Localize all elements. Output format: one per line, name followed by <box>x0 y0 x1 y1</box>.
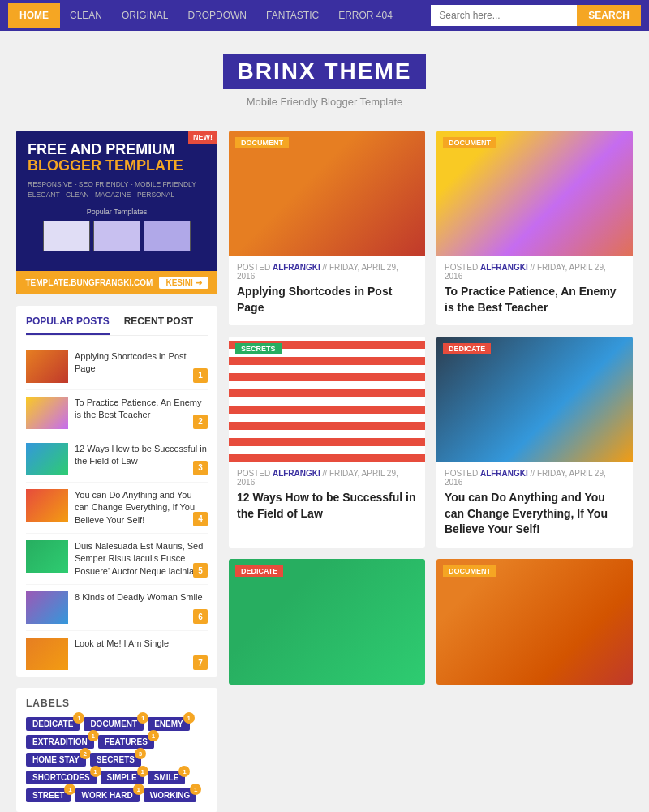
label-tag[interactable]: SECRETS3 <box>90 753 141 767</box>
popular-item[interactable]: Look at Me! I Am Single 7 <box>26 631 208 677</box>
template-thumb-1 <box>43 221 90 251</box>
label-count: 1 <box>178 766 190 777</box>
popular-thumb <box>26 591 68 624</box>
popular-num: 7 <box>193 655 208 670</box>
banner-footer: TEMPLATE.BUNGFRANGKI.COM KESINI ➜ <box>16 271 217 294</box>
labels-list: DEDICATE1DOCUMENT1ENEMY1EXTRADITION1FEAT… <box>26 717 208 802</box>
post-card[interactable]: DEDICATE <box>229 559 425 685</box>
popular-item-title: Applying Shortcodes in Post Page <box>75 350 208 376</box>
label-count: 1 <box>90 766 101 777</box>
popular-item-title: You can Do Anything and You can Change E… <box>75 489 208 526</box>
label-tag[interactable]: SIMPLE1 <box>101 771 144 784</box>
popular-recent-card: POPULAR POSTS RECENT POST Applying Short… <box>16 306 217 677</box>
post-card[interactable]: DEDICATE POSTED ALFRANGKI // FRIDAY, APR… <box>436 337 633 548</box>
label-count: 1 <box>190 784 201 795</box>
post-title: Applying Shortcodes in Post Page <box>229 282 425 325</box>
post-author: ALFRANGKI <box>273 263 320 272</box>
post-author: ALFRANGKI <box>480 263 528 272</box>
popular-num: 5 <box>193 563 208 578</box>
label-tag[interactable]: EXTRADITION1 <box>26 735 94 749</box>
nav-dropdown[interactable]: DROPDOWN <box>178 3 256 28</box>
template-thumb-2 <box>93 221 140 251</box>
label-tag[interactable]: DEDICATE1 <box>26 717 80 731</box>
post-meta: POSTED ALFRANGKI // FRIDAY, APRIL 29, 20… <box>436 462 633 488</box>
popular-item[interactable]: Applying Shortcodes in Post Page 1 <box>26 344 208 390</box>
label-tag[interactable]: DOCUMENT1 <box>84 717 144 731</box>
template-thumb-3 <box>144 221 191 251</box>
label-tag[interactable]: WORK HARD1 <box>75 788 139 802</box>
popular-num: 3 <box>193 461 208 475</box>
nav-original[interactable]: ORIGINAL <box>112 3 178 28</box>
popular-item[interactable]: To Practice Patience, An Enemy is the Be… <box>26 390 208 436</box>
popular-item[interactable]: 8 Kinds of Deadly Woman Smile 6 <box>26 585 208 631</box>
popular-item-title: 12 Ways How to be Successful in the Fiel… <box>75 443 208 468</box>
nav-error[interactable]: ERROR 404 <box>329 3 402 28</box>
post-badge: DOCUMENT <box>443 137 496 148</box>
popular-num: 4 <box>193 512 208 526</box>
post-card[interactable]: DOCUMENT <box>436 559 633 685</box>
popular-thumb <box>26 540 68 573</box>
post-badge: DOCUMENT <box>443 565 496 577</box>
tab-recent[interactable]: RECENT POST <box>124 316 193 335</box>
label-tag[interactable]: SHORTCODES1 <box>26 771 97 784</box>
main-container: NEW! FREE AND PREMIUM BLOGGER TEMPLATE R… <box>8 122 641 812</box>
sidebar-banner[interactable]: NEW! FREE AND PREMIUM BLOGGER TEMPLATE R… <box>16 131 217 294</box>
post-image-wrap: DEDICATE <box>229 559 425 685</box>
post-title: You can Do Anything and You can Change E… <box>436 488 633 548</box>
nav-fantastic[interactable]: FANTASTIC <box>256 3 329 28</box>
label-tag[interactable]: ENEMY1 <box>148 717 190 731</box>
label-count: 1 <box>137 712 148 724</box>
label-count: 1 <box>64 784 75 795</box>
post-image-wrap: DOCUMENT <box>436 559 633 685</box>
sidebar: NEW! FREE AND PREMIUM BLOGGER TEMPLATE R… <box>16 131 217 812</box>
content-area: DOCUMENT POSTED ALFRANGKI // FRIDAY, APR… <box>229 131 633 812</box>
label-tag[interactable]: FEATURES1 <box>98 735 154 749</box>
popular-item-title: Duis Nalesuada Est Mauris, Sed Semper Ri… <box>75 540 208 578</box>
search-input[interactable] <box>431 5 577 26</box>
popular-item[interactable]: 12 Ways How to be Successful in the Fiel… <box>26 436 208 483</box>
post-card[interactable]: DOCUMENT POSTED ALFRANGKI // FRIDAY, APR… <box>229 131 425 325</box>
post-badge: DOCUMENT <box>235 137 289 148</box>
post-title: To Practice Patience, An Enemy is the Be… <box>436 282 633 325</box>
post-image-wrap: DEDICATE <box>436 337 633 462</box>
label-count: 3 <box>135 748 146 759</box>
banner-popular-label: Popular Templates <box>28 208 206 216</box>
label-count: 1 <box>148 730 159 741</box>
post-meta: POSTED ALFRANGKI // FRIDAY, APRIL 29, 20… <box>229 256 425 282</box>
popular-thumb <box>26 397 68 429</box>
post-image-wrap: DOCUMENT <box>229 131 425 256</box>
post-badge: DEDICATE <box>443 343 491 354</box>
post-meta: POSTED ALFRANGKI // FRIDAY, APRIL 29, 20… <box>229 462 425 488</box>
label-count: 1 <box>73 712 84 724</box>
popular-item[interactable]: Duis Nalesuada Est Mauris, Sed Semper Ri… <box>26 534 208 585</box>
banner-kesini[interactable]: KESINI ➜ <box>159 277 208 289</box>
post-card[interactable]: SECRETS POSTED ALFRANGKI // FRIDAY, APRI… <box>229 337 425 548</box>
banner-title-free: FREE AND PREMIUM <box>28 142 206 158</box>
nav-home[interactable]: HOME <box>8 3 60 28</box>
post-author: ALFRANGKI <box>480 469 528 478</box>
post-badge: DEDICATE <box>235 565 283 577</box>
banner-templates <box>28 221 206 251</box>
banner-desc: RESPONSIVE - SEO FRIENDLY - MOBILE FRIEN… <box>28 179 206 201</box>
search-button[interactable]: SEARCH <box>577 5 641 26</box>
popular-thumb <box>26 638 68 670</box>
post-card[interactable]: DOCUMENT POSTED ALFRANGKI // FRIDAY, APR… <box>436 131 633 325</box>
site-title: BRINX THEME <box>223 54 427 89</box>
popular-item[interactable]: You can Do Anything and You can Change E… <box>26 483 208 534</box>
label-count: 1 <box>88 730 99 741</box>
nav-clean[interactable]: CLEAN <box>60 3 112 28</box>
label-tag[interactable]: SMILE1 <box>148 771 186 784</box>
tab-popular[interactable]: POPULAR POSTS <box>26 316 110 335</box>
popular-thumb <box>26 350 68 383</box>
popular-thumb <box>26 443 68 475</box>
label-tag[interactable]: STREET1 <box>26 788 71 802</box>
label-tag[interactable]: HOME STAY2 <box>26 753 86 767</box>
nav-search-form: SEARCH <box>431 5 641 26</box>
content-grid: DOCUMENT POSTED ALFRANGKI // FRIDAY, APR… <box>229 131 633 685</box>
label-tag[interactable]: WORKING1 <box>144 788 196 802</box>
label-count: 1 <box>137 766 148 777</box>
site-header: BRINX THEME Mobile Friendly Blogger Temp… <box>0 31 649 122</box>
popular-list: Applying Shortcodes in Post Page 1 To Pr… <box>26 344 208 677</box>
tabs-header: POPULAR POSTS RECENT POST <box>26 316 208 336</box>
popular-thumb <box>26 489 68 522</box>
